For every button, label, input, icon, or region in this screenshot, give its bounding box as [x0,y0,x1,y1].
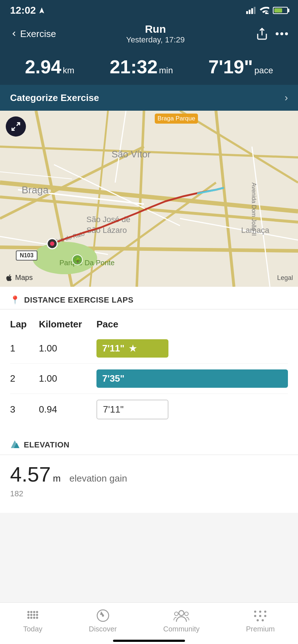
lap-row-3: 3 0.94 7'11" [10,394,288,425]
svg-point-54 [36,617,38,619]
duration-value: 21:32min [110,58,173,76]
categorize-button[interactable]: Categorize Exercise › [0,85,298,111]
community-label: Community [163,625,199,633]
svg-point-45 [33,611,35,613]
laps-table: Lap Kilometer Pace 1 1.00 7'11" ★ 2 1.00… [0,309,298,431]
status-bar: 12:02 [0,0,298,19]
nav-community[interactable]: Community [163,608,199,633]
lap-1-pace-bar: 7'11" ★ [96,339,168,358]
main-content: 📍 DISTANCE EXERCISE LAPS Lap Kilometer P… [0,287,298,513]
dot-1 [276,32,279,35]
categorize-label: Categorize Exercise [10,92,99,104]
lap-2-pace-bar: 7'35" [96,369,288,388]
svg-point-52 [30,617,32,619]
header: Exercise Run Yesterday, 17:29 [0,19,298,51]
svg-text:Avenida Dom João II: Avenida Dom João II [251,183,257,236]
nav-today[interactable]: Today [23,608,42,633]
elevation-chart-label: 182 [0,489,298,498]
expand-map-button[interactable] [6,116,26,137]
svg-point-65 [259,615,261,617]
svg-text:🌳: 🌳 [74,257,81,263]
svg-point-64 [254,615,256,617]
elevation-value-container: 4.57m elevation gain [0,455,298,489]
svg-text:N103: N103 [20,252,33,258]
svg-point-62 [259,611,261,613]
svg-point-46 [36,611,38,613]
svg-point-59 [175,612,178,616]
today-label: Today [23,625,42,633]
lap-1-pace: 7'11" [102,343,125,354]
svg-point-51 [27,617,30,619]
share-icon [256,27,268,40]
svg-text:Braga Parque: Braga Parque [158,115,195,122]
back-label: Exercise [20,28,56,40]
star-icon: ★ [129,344,137,354]
elevation-mountain-icon [10,440,19,450]
pace-stat: 7'19"pace [208,58,273,76]
svg-point-60 [185,612,188,616]
stats-bar: 2.94km 21:32min 7'19"pace [0,51,298,85]
dot-2 [280,32,283,35]
svg-point-22 [32,242,97,274]
svg-point-68 [262,619,264,621]
svg-text:Parque Da Ponte: Parque Da Ponte [59,259,114,267]
lap-1-number: 1 [10,343,39,354]
discover-label: Discover [89,625,117,633]
today-icon [24,608,41,623]
svg-point-58 [179,611,184,616]
share-button[interactable] [255,27,269,41]
apple-maps-logo: Maps [5,273,33,282]
back-icon [10,30,18,38]
svg-point-49 [33,614,35,616]
status-time: 12:02 [10,5,45,16]
legal-link[interactable]: Legal [277,274,293,282]
more-button[interactable] [276,32,288,35]
dot-3 [285,32,288,35]
header-center: Run Yesterday, 17:29 [126,23,185,45]
elevation-section-title: ELEVATION [24,440,69,450]
battery-icon [273,7,288,14]
svg-point-48 [30,614,32,616]
premium-icon [252,608,269,623]
laps-table-header: Lap Kilometer Pace [10,315,288,334]
svg-text:Braga: Braga [22,184,49,196]
svg-point-66 [264,615,266,617]
expand-icon [11,121,21,132]
elevation-label: elevation gain [69,473,127,484]
svg-point-50 [36,614,38,616]
duration-stat: 21:32min [110,58,173,76]
lap-1-km: 1.00 [39,343,96,354]
discover-icon [94,608,112,623]
bottom-nav: Today Discover Community [0,602,298,644]
premium-label: Premium [246,625,275,633]
laps-section-title: DISTANCE EXERCISE LAPS [24,295,134,305]
nav-premium[interactable]: Premium [246,608,275,633]
svg-point-44 [30,611,32,613]
home-indicator [113,640,185,642]
header-title: Run [126,23,185,35]
col-pace: Pace [96,319,288,330]
col-lap: Lap [10,319,39,330]
wifi-icon [259,7,269,14]
lap-3-pace-bar: 7'11" [96,400,168,419]
map-svg: Braga Parque São Vítor Braga São José de… [0,111,298,287]
lap-2-km: 1.00 [39,373,96,384]
chevron-right-icon: › [285,92,288,104]
col-kilometer: Kilometer [39,319,96,330]
laps-pin-icon: 📍 [10,295,20,305]
back-button[interactable]: Exercise [10,28,56,40]
svg-marker-57 [100,611,104,615]
community-icon [173,608,190,623]
lap-3-km: 0.94 [39,404,96,415]
apple-icon [5,274,13,282]
svg-point-61 [254,611,256,613]
laps-section-header: 📍 DISTANCE EXERCISE LAPS [0,287,298,309]
nav-discover[interactable]: Discover [89,608,117,633]
signal-icon [246,7,256,14]
lap-2-number: 2 [10,373,39,384]
lap-row-1: 1 1.00 7'11" ★ [10,334,288,364]
elevation-section: ELEVATION 4.57m elevation gain 182 [0,431,298,506]
lap-3-number: 3 [10,404,39,415]
lap-2-pace: 7'35" [102,373,125,384]
svg-point-53 [33,617,35,619]
